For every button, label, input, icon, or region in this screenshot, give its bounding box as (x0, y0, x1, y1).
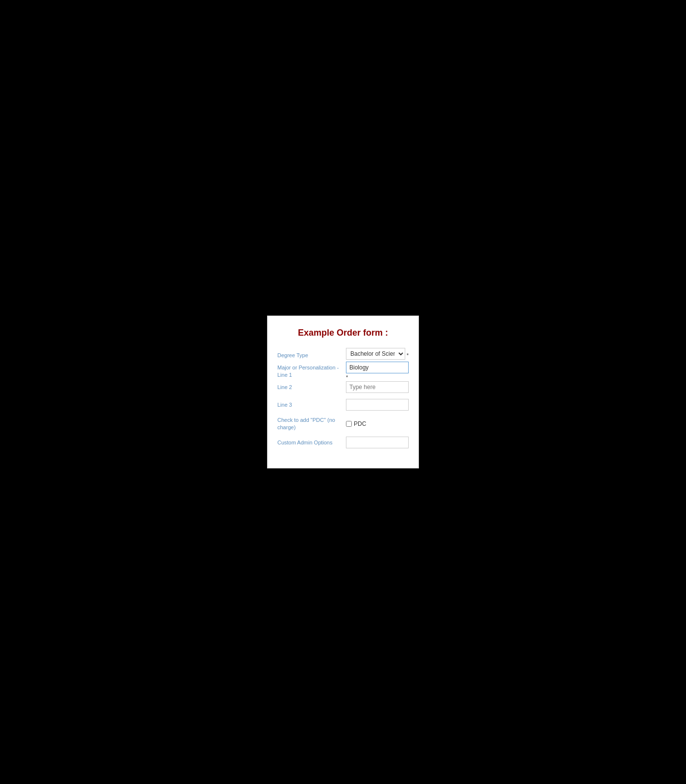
line3-label: Line 3 (277, 399, 346, 408)
form-title: Example Order form : (277, 328, 409, 338)
degree-type-field: Bachelor of Science Master of Science Ba… (346, 348, 405, 360)
pdc-checkbox[interactable] (346, 421, 352, 427)
major-asterisk: * (346, 374, 409, 380)
major-line1-input[interactable] (346, 362, 409, 373)
custom-admin-input[interactable] (346, 437, 409, 448)
line3-field (346, 399, 409, 411)
major-line1-row: Major or Personalization - Line 1 * (277, 362, 409, 380)
degree-required-star: * (407, 350, 409, 358)
line2-input[interactable] (346, 381, 409, 393)
line3-input[interactable] (346, 399, 409, 411)
line3-row: Line 3 (277, 399, 409, 411)
major-line1-label: Major or Personalization - Line 1 (277, 362, 346, 378)
line2-label: Line 2 (277, 381, 346, 391)
degree-type-row: Degree Type Bachelor of Science Master o… (277, 348, 409, 360)
pdc-label: Check to add "PDC" (no charge) (277, 416, 346, 431)
custom-admin-row: Custom Admin Options (277, 437, 409, 448)
line2-field (346, 381, 409, 393)
line2-row: Line 2 (277, 381, 409, 393)
degree-type-select[interactable]: Bachelor of Science Master of Science Ba… (346, 348, 405, 360)
pdc-row: Check to add "PDC" (no charge) PDC (277, 416, 409, 431)
major-line1-field: * (346, 362, 409, 380)
pdc-field: PDC (346, 420, 409, 427)
degree-type-label: Degree Type (277, 349, 346, 359)
pdc-checkbox-label[interactable]: PDC (354, 420, 366, 427)
order-form: Example Order form : Degree Type Bachelo… (267, 316, 419, 468)
custom-admin-label: Custom Admin Options (277, 437, 346, 446)
custom-admin-field (346, 437, 409, 448)
